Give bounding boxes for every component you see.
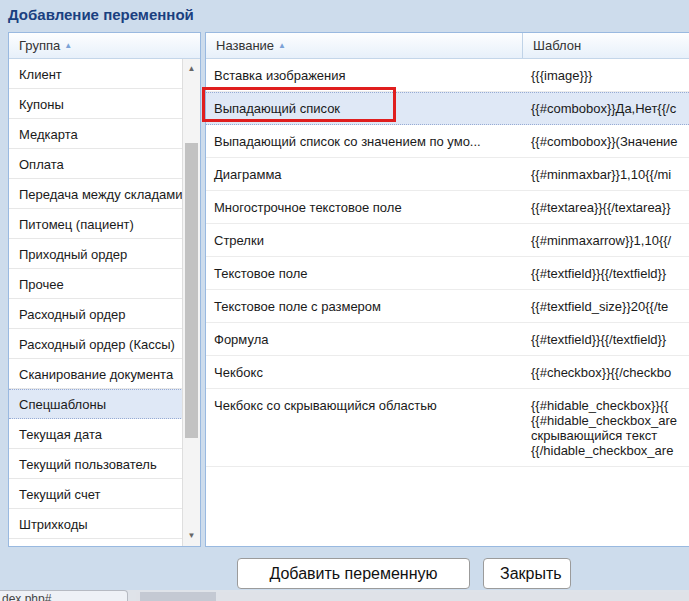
group-item-label: Прочее [19, 277, 64, 292]
group-list-item[interactable]: Текущий счет [9, 479, 183, 509]
table-row[interactable]: Текстовое поле {{#textfield}}{{/textfiel… [206, 257, 689, 290]
group-list-item[interactable]: Расходный ордер [9, 299, 183, 329]
table-row[interactable]: Формула {{#textfield}}{{/textfield}} [206, 323, 689, 356]
group-item-label: Клиент [19, 67, 62, 82]
scrollbar-thumb[interactable] [185, 143, 198, 438]
group-column-header[interactable]: Группа▲ [9, 33, 200, 59]
cell-template: {{#textfield_size}}20{{/te [523, 290, 689, 322]
cell-name: Стрелки [206, 224, 523, 256]
group-item-label: Текущий счет [19, 487, 101, 502]
group-list-item[interactable]: Расходный ордер (Кассы) [9, 329, 183, 359]
cell-template: {{#combobox}}Да,Нет{{/c [523, 93, 689, 124]
group-list-item[interactable]: Передача между складами [9, 179, 183, 209]
cell-template: {{#textfield}}{{/textfield}} [523, 257, 689, 289]
status-url: dex.php# [0, 590, 128, 601]
group-item-label: Купоны [19, 97, 64, 112]
cell-name: Текстовое поле [206, 257, 523, 289]
variables-grid: Название▲ Шаблон Вставка изображения {{{… [205, 32, 689, 547]
grid-body: Вставка изображения {{{image}}} Выпадающ… [206, 59, 689, 546]
scroll-down-icon[interactable]: ▼ [183, 528, 200, 544]
table-row[interactable]: Стрелки {{#minmaxarrow}}1,10{{/ [206, 224, 689, 257]
group-item-label: Медкарта [19, 127, 78, 142]
cell-template: {{#hidable_checkbox}}{{ {{#hidable_check… [523, 389, 689, 466]
add-variable-button[interactable]: Добавить переменную [237, 558, 470, 589]
group-list-item[interactable]: Оплата [9, 149, 183, 179]
group-panel: Группа▲ КлиентКупоныМедкартаОплатаПереда… [8, 32, 201, 547]
cell-name: Чекбокс [206, 356, 523, 388]
group-list: КлиентКупоныМедкартаОплатаПередача между… [9, 59, 183, 546]
sort-asc-icon: ▲ [278, 41, 286, 50]
group-list-item[interactable]: Текущая дата [9, 419, 183, 449]
group-list-item[interactable]: Текущий пользователь [9, 449, 183, 479]
horizontal-scrollbar[interactable] [136, 592, 689, 601]
cell-template: {{#minmaxbar}}1,10{{/mi [523, 158, 689, 190]
group-header-cell: Группа▲ [9, 33, 78, 58]
name-header-label: Название [216, 38, 274, 53]
cell-template: {{#textfield}}{{/textfield}} [523, 323, 689, 355]
group-item-label: Штрихкоды [19, 517, 88, 532]
cell-name: Многострочное текстовое поле [206, 191, 523, 223]
group-item-label: Сканирование документа [19, 367, 173, 382]
group-item-label: Оплата [19, 157, 64, 172]
cell-template: {{#combobox}}(Значение [523, 125, 689, 157]
sort-asc-icon: ▲ [64, 41, 72, 50]
group-item-label: Текущая дата [19, 427, 102, 442]
cell-name: Чекбокс со скрывающийся областью [206, 389, 523, 466]
group-list-scrollbar[interactable]: ▲ ▼ [182, 59, 200, 546]
group-item-label: Передача между складами [19, 187, 182, 202]
cell-name: Вставка изображения [206, 59, 523, 91]
cell-name: Текстовое поле с размером [206, 290, 523, 322]
group-item-label: Расходный ордер [19, 307, 125, 322]
add-variable-dialog: Добавление переменной Группа▲ КлиентКупо… [0, 0, 689, 601]
group-list-item[interactable]: Штрихкоды [9, 509, 183, 539]
cell-template: {{#checkbox}}{{/checkbo [523, 356, 689, 388]
dialog-title: Добавление переменной [8, 6, 194, 23]
cell-name: Формула [206, 323, 523, 355]
cell-template: {{#minmaxarrow}}1,10{{/ [523, 224, 689, 256]
table-row[interactable]: Чекбокс {{#checkbox}}{{/checkbo [206, 356, 689, 389]
name-column-header[interactable]: Название▲ [206, 33, 523, 58]
group-list-item[interactable]: Питомец (пациент) [9, 209, 183, 239]
template-header-label: Шаблон [533, 38, 581, 53]
cell-name: Выпадающий список со значением по умо... [206, 125, 523, 157]
table-row[interactable]: Вставка изображения {{{image}}} [206, 59, 689, 92]
group-list-item[interactable]: Приходный ордер [9, 239, 183, 269]
group-header-label: Группа [19, 38, 60, 53]
table-row[interactable]: Текстовое поле с размером {{#textfield_s… [206, 290, 689, 323]
scroll-up-icon[interactable]: ▲ [183, 61, 200, 77]
group-item-label: Расходный ордер (Кассы) [19, 337, 175, 352]
group-item-label: Питомец (пациент) [19, 217, 134, 232]
table-row[interactable]: Чекбокс со скрывающийся областью {{#hida… [206, 389, 689, 467]
cell-name: Диаграмма [206, 158, 523, 190]
group-item-label: Спецшаблоны [19, 397, 106, 412]
browser-status-bar: dex.php# [0, 590, 689, 601]
table-row[interactable]: Многострочное текстовое поле {{#textarea… [206, 191, 689, 224]
group-item-label: Приходный ордер [19, 247, 127, 262]
group-list-item[interactable]: Спецшаблоны [9, 389, 183, 419]
grid-column-header: Название▲ Шаблон [206, 33, 689, 59]
cell-template: {{{image}}} [523, 59, 689, 91]
close-button[interactable]: Закрыть [483, 558, 571, 589]
group-item-label: Текущий пользователь [19, 457, 157, 472]
group-list-item[interactable]: Сканирование документа [9, 359, 183, 389]
cell-template: {{#textarea}}{{/textarea}} [523, 191, 689, 223]
horizontal-scrollbar-thumb[interactable] [140, 592, 216, 601]
group-list-item[interactable]: Купоны [9, 89, 183, 119]
group-list-item[interactable]: Клиент [9, 59, 183, 89]
group-list-item[interactable]: Медкарта [9, 119, 183, 149]
table-row[interactable]: Диаграмма {{#minmaxbar}}1,10{{/mi [206, 158, 689, 191]
table-row[interactable]: Выпадающий список со значением по умо...… [206, 125, 689, 158]
group-list-item[interactable]: Прочее [9, 269, 183, 299]
template-column-header[interactable]: Шаблон [523, 33, 689, 58]
cell-name: Выпадающий список [206, 93, 523, 124]
table-row[interactable]: Выпадающий список {{#combobox}}Да,Нет{{/… [206, 92, 689, 125]
